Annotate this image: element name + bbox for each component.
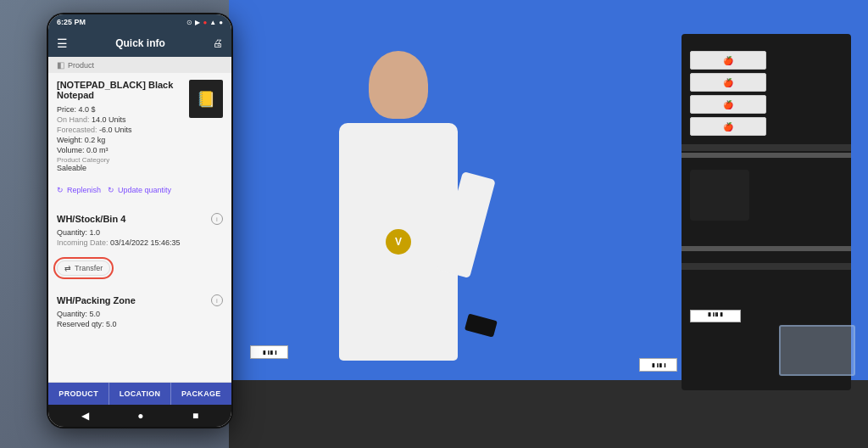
location-2-reserved: Reserved qty: 5.0 (57, 320, 223, 328)
product-volume: Volume: 0.0 m³ (57, 146, 223, 154)
update-quantity-label: Update quantity (118, 186, 171, 194)
play-icon: ▶ (195, 19, 200, 26)
tab-package[interactable]: PACKAGE (170, 383, 231, 405)
held-device (465, 313, 498, 337)
printer-device (690, 170, 749, 221)
location-1-header: WH/Stock/Bin 4 i (57, 213, 223, 225)
update-icon: ↻ (108, 186, 114, 194)
replenish-button[interactable]: ↻ Replenish (57, 186, 101, 194)
action-buttons: ↻ Replenish ↻ Update quantity (48, 186, 231, 201)
update-quantity-button[interactable]: ↻ Update quantity (108, 186, 171, 194)
incoming-date-label: Incoming Date: (57, 238, 110, 247)
product-category-label: Product Category (57, 156, 223, 164)
location-2-header: WH/Packing Zone i (57, 294, 223, 306)
apple-box-1: 🍎 (690, 51, 766, 70)
menu-icon[interactable]: ☰ (57, 36, 68, 50)
logo-badge: V (386, 229, 411, 255)
signal-icon: ▲ (209, 19, 216, 26)
recording-icon: ⊙ (186, 19, 192, 26)
apple-boxes: 🍎 🍎 🍎 🍎 (690, 51, 766, 136)
apple-box-4: 🍎 (690, 117, 766, 136)
battery-icon: ● (219, 19, 223, 26)
forecasted-label: Forecasted: (57, 126, 99, 134)
shelf-board-2 (682, 246, 851, 251)
product-section-header: ◧ Product (48, 57, 231, 73)
home-button[interactable]: ● (137, 410, 143, 422)
forecasted-value: -6.0 Units (99, 126, 132, 134)
app-content: ◧ Product [NOTEPAD_BLACK] Black Notepad … (48, 57, 231, 382)
page-title: Quick info (115, 37, 165, 49)
replenish-label: Replenish (67, 186, 101, 194)
location-2-name: WH/Packing Zone (57, 295, 136, 305)
product-section-label: Product (68, 61, 94, 70)
transfer-button[interactable]: ⇄ Transfer (57, 260, 110, 276)
apple-box-3: 🍎 (690, 95, 766, 114)
phone-frame: 6:25 PM ⊙ ▶ ● ▲ ● ☰ Quick info 🖨 ◧ Produ… (47, 13, 233, 428)
product-image (189, 80, 223, 118)
info-icon-1[interactable]: i (211, 213, 223, 225)
barcode-sticker-2: ▐▌▐▐▌▐ (639, 358, 677, 372)
product-category-value: Saleable (57, 164, 223, 172)
location-1-name: WH/Stock/Bin 4 (57, 214, 125, 224)
product-details: [NOTEPAD_BLACK] Black Notepad Price: 4.0… (48, 73, 231, 179)
recents-button[interactable]: ■ (192, 410, 198, 422)
status-bar: 6:25 PM ⊙ ▶ ● ▲ ● (48, 14, 231, 30)
transfer-label: Transfer (75, 264, 103, 272)
incoming-date-value: 03/14/2022 15:46:35 (110, 238, 181, 247)
tab-location[interactable]: LOCATION (108, 383, 170, 405)
print-icon[interactable]: 🖨 (213, 37, 223, 49)
transfer-btn-container: ⇄ Transfer (48, 255, 231, 283)
product-weight: Weight: 0.2 kg (57, 136, 223, 144)
bottom-spacer (48, 337, 231, 345)
location-2-quantity: Quantity: 5.0 (57, 310, 223, 318)
info-icon-2[interactable]: i (211, 294, 223, 306)
wifi-icon: ● (203, 19, 207, 26)
person-scene: V (280, 51, 517, 433)
on-hand-value: 14.0 Units (92, 115, 126, 124)
product-icon: ◧ (57, 60, 64, 70)
shelf-board-1 (682, 153, 851, 158)
tab-product[interactable]: PRODUCT (48, 383, 108, 405)
person-body: V (339, 123, 458, 361)
location-1-section: WH/Stock/Bin 4 i Quantity: 1.0 Incoming … (48, 206, 231, 255)
transfer-icon: ⇄ (64, 264, 71, 272)
barcode-label-shelf: ▐▌▐▐▌▐▌ (690, 310, 741, 322)
phone-screen: 6:25 PM ⊙ ▶ ● ▲ ● ☰ Quick info 🖨 ◧ Produ… (48, 14, 231, 427)
android-nav-bar: ◀ ● ■ (48, 405, 231, 427)
app-header: ☰ Quick info 🖨 (48, 30, 231, 57)
bottom-tabs: PRODUCT LOCATION PACKAGE (48, 382, 231, 405)
status-time: 6:25 PM (57, 18, 86, 26)
storage-bin (779, 325, 855, 376)
replenish-icon: ↻ (57, 186, 64, 194)
back-button[interactable]: ◀ (81, 410, 89, 422)
location-2-section: WH/Packing Zone i Quantity: 5.0 Reserved… (48, 288, 231, 337)
location-1-quantity: Quantity: 1.0 (57, 228, 223, 237)
on-hand-label: On Hand: (57, 115, 92, 124)
apple-box-2: 🍎 (690, 73, 766, 92)
person-head (369, 51, 428, 119)
product-forecasted: Forecasted: -6.0 Units (57, 126, 223, 134)
person-arm (437, 171, 496, 278)
location-1-incoming: Incoming Date: 03/14/2022 15:46:35 (57, 238, 223, 247)
barcode-sticker: ▐▌▐▐▌▐ (250, 345, 288, 359)
status-icons: ⊙ ▶ ● ▲ ● (186, 19, 223, 26)
